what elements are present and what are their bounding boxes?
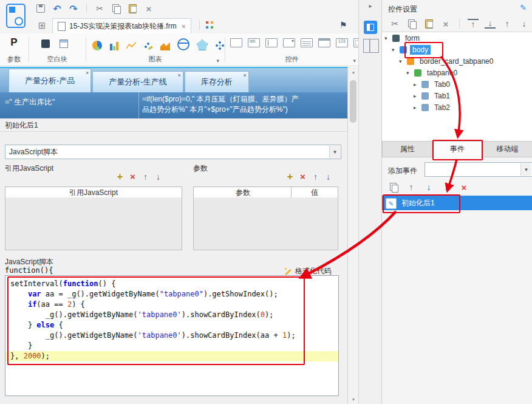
report-header-row[interactable]: =" 生产出库比" =if(len($pro)=0," 本月压延（灯箱膜、差异膜… [0, 92, 347, 120]
scroll-down-icon[interactable]: ▼ [348, 394, 359, 404]
event-list-item[interactable]: ✎ 初始化后1 [382, 196, 532, 210]
move-down-icon[interactable]: ↓ [423, 182, 434, 193]
canvas-tab-2[interactable]: 库存分析× [185, 71, 249, 92]
collapse-icon[interactable]: ▾ [384, 35, 390, 41]
copy-icon[interactable] [406, 18, 417, 29]
tab-close-icon[interactable]: × [86, 70, 89, 76]
chevron-down-icon[interactable]: ▾ [353, 58, 356, 64]
cut-icon[interactable]: ✂ [94, 3, 105, 14]
collapse-icon[interactable]: ▾ [399, 58, 405, 64]
move-up-icon[interactable]: ↑ [406, 182, 417, 193]
tree-node-form[interactable]: ▾form [382, 32, 532, 44]
tree-node-border_card_tabpane0[interactable]: ▾border_card_tabpane0 [382, 55, 532, 67]
tree-node-Tab1[interactable]: ▸Tab1 [382, 90, 532, 101]
collapse-icon[interactable]: ▾ [406, 70, 412, 76]
tree-node-body[interactable]: ▾body [382, 44, 532, 55]
delete-icon[interactable]: × [143, 3, 154, 14]
map-chart-icon[interactable] [177, 38, 189, 50]
more-windows-icon[interactable] [205, 21, 214, 29]
textarea-widget-icon[interactable] [301, 38, 313, 47]
tab-close-icon[interactable]: × [243, 72, 246, 78]
event-type-select[interactable]: JavaScript脚本 ▼ [5, 145, 341, 159]
vertical-scrollbar[interactable]: ▲ ▼ [347, 67, 359, 404]
ref-js-table-body[interactable] [5, 197, 182, 250]
chevron-right-icon[interactable]: ▸ [359, 2, 382, 9]
delete-red-icon[interactable]: × [459, 182, 469, 193]
tree-node-Tab2[interactable]: ▸Tab2 [382, 101, 532, 113]
scroll-up-icon[interactable]: ▲ [348, 67, 359, 77]
expand-icon[interactable]: ▸ [414, 104, 420, 111]
move-up-icon[interactable]: ↑ [502, 18, 513, 29]
tab-events[interactable]: 事件 [432, 141, 482, 157]
expand-icon[interactable]: ▸ [414, 81, 420, 87]
remove-icon[interactable]: × [298, 172, 307, 181]
cut-icon[interactable]: ✂ [389, 18, 400, 29]
chevron-down-icon[interactable]: ▼ [329, 146, 340, 158]
js-code-editor[interactable]: setInterval(function() { var aa = _g().g… [5, 275, 339, 396]
save-icon[interactable] [35, 3, 46, 14]
move-down-icon[interactable]: ↓ [519, 18, 530, 29]
tab-mobile[interactable]: 移动端 [483, 141, 532, 157]
canvas-tab-0[interactable]: 产量分析-产品× [9, 69, 91, 92]
chevron-down-icon[interactable]: ▾ [216, 58, 219, 64]
bar-chart-icon[interactable] [109, 41, 119, 50]
remove-icon[interactable]: × [128, 172, 137, 181]
move-icon[interactable]: ↕ [441, 182, 452, 193]
undo-icon[interactable]: ↶ [52, 3, 63, 14]
pie-chart-icon[interactable] [92, 41, 102, 50]
combobox-widget-icon[interactable] [283, 38, 295, 47]
expand-icon[interactable]: ▸ [414, 93, 420, 99]
flag-icon[interactable]: ⚑ [338, 19, 349, 30]
tree-node-tabpane0[interactable]: ▾tabpane0 [382, 67, 532, 78]
textfield-widget-icon[interactable] [265, 38, 278, 47]
radar-chart-icon[interactable] [197, 39, 208, 50]
close-tab-icon[interactable]: × [182, 22, 186, 31]
toolbar-separator [459, 19, 460, 29]
chevron-down-icon[interactable]: ▼ [520, 163, 531, 176]
collapse-icon[interactable]: ▾ [392, 47, 398, 53]
add-event-select[interactable]: ▼ [425, 162, 532, 177]
move-down-icon[interactable]: ↓ [154, 172, 163, 181]
tree-node-Tab0[interactable]: ▸Tab0 [382, 78, 532, 90]
tab-properties[interactable]: 属性 [382, 141, 432, 157]
cell-formula-right[interactable]: =if(len($pro)=0," 本月压延（灯箱膜、差异膜）产 品趋势分析%"… [142, 94, 344, 115]
paste-icon[interactable] [423, 18, 434, 29]
tab-close-icon[interactable]: × [177, 72, 180, 78]
line-chart-icon[interactable] [126, 41, 136, 50]
parameter-pane-icon[interactable]: P [0, 36, 28, 49]
blank-block-icon[interactable] [40, 38, 51, 49]
move-up-icon[interactable]: ↑ [141, 172, 150, 181]
move-up-icon[interactable]: ↑ [311, 172, 320, 181]
form-design-canvas[interactable]: 产量分析-产品×产量分析-生产线×库存分析× =" 生产出库比" =if(len… [0, 67, 347, 120]
panel-toggle-button[interactable] [364, 21, 377, 34]
datefield-widget-icon[interactable] [318, 38, 330, 47]
report-block-icon[interactable] [58, 38, 69, 49]
move-bottom-icon[interactable]: ↓ [485, 19, 496, 29]
scrollbar-thumb[interactable] [350, 80, 356, 123]
area-chart-icon[interactable] [160, 41, 170, 50]
copy-event-icon[interactable] [388, 182, 399, 193]
add-icon[interactable]: + [115, 172, 124, 181]
grid-view-icon[interactable]: ⊞ [36, 20, 47, 31]
document-tab[interactable]: 15-JS实现决策报表tab块轮播.frm × [52, 18, 191, 35]
move-down-icon[interactable]: ↓ [324, 172, 333, 181]
delete-icon[interactable]: × [440, 18, 451, 29]
edit-event-pencil-icon[interactable]: ✎ [386, 198, 397, 209]
paste-icon[interactable] [127, 3, 138, 14]
form-node-icon [392, 35, 400, 42]
rect-widget-icon[interactable] [230, 38, 242, 47]
move-top-icon[interactable]: ↑ [468, 19, 479, 29]
numberfield-widget-icon[interactable] [336, 38, 348, 47]
copy-icon[interactable] [111, 3, 121, 14]
palette-section-parameter[interactable]: P 参数 [0, 33, 28, 66]
more-chart-icon[interactable] [215, 41, 225, 50]
scatter-chart-icon[interactable] [143, 41, 153, 50]
edit-pencil-icon[interactable]: ✎ [520, 3, 527, 12]
canvas-tab-1[interactable]: 产量分析-生产线× [92, 71, 183, 92]
add-icon[interactable]: + [285, 172, 295, 181]
redo-icon[interactable]: ↷ [68, 3, 79, 14]
layout-split-icon[interactable] [363, 39, 379, 53]
label-widget-icon[interactable] [248, 38, 260, 47]
params-table-body[interactable] [193, 197, 338, 250]
cell-formula-left[interactable]: =" 生产出库比" [5, 97, 55, 108]
